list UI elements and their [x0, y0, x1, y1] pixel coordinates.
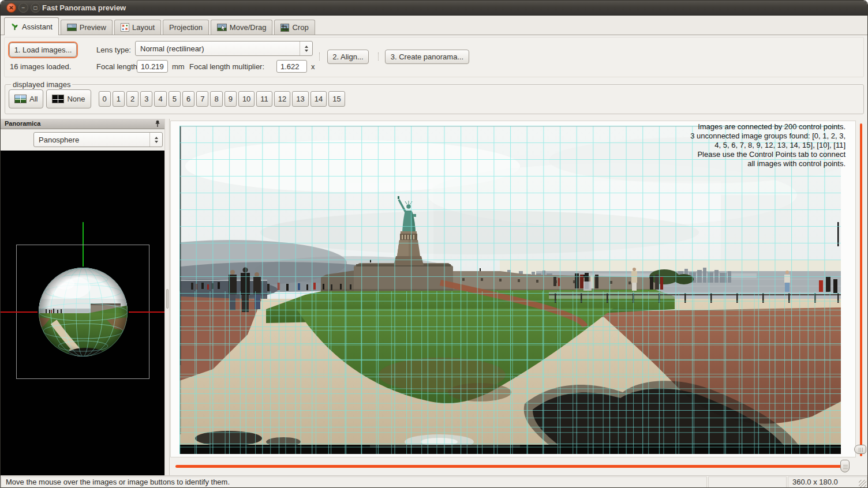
focal-length-unit: mm: [172, 62, 185, 71]
panel-title: Panoramica: [5, 120, 40, 127]
preview-icon: GL: [67, 24, 77, 31]
image-button-6[interactable]: 6: [182, 91, 194, 107]
image-button-7[interactable]: 7: [196, 91, 208, 107]
spinner-arrows-icon: [300, 42, 312, 55]
focal-multiplier-input[interactable]: [276, 60, 307, 73]
status-bar: Move the mouse over the images or image …: [1, 475, 867, 488]
displayed-images-legend: displayed images: [11, 80, 72, 89]
panosphere-3d-view[interactable]: [1, 151, 164, 475]
tab-label: Move/Drag: [230, 23, 267, 32]
focal-length-label: Focal length:: [96, 62, 139, 71]
image-button-11[interactable]: 11: [256, 91, 272, 107]
no-images-icon: [52, 95, 64, 103]
toolbar-separator: [319, 52, 320, 61]
assistant-icon: [10, 22, 19, 31]
titlebar[interactable]: ✕ − ▢ Fast Panorama preview: [1, 1, 867, 16]
grid-overlay-dense: [179, 291, 841, 454]
move-drag-icon: [217, 24, 227, 31]
tab-label: Assistant: [22, 22, 53, 31]
resize-grip[interactable]: [859, 480, 866, 487]
image-button-1[interactable]: 1: [113, 91, 125, 107]
close-button[interactable]: ✕: [6, 3, 16, 13]
tab-preview[interactable]: GL Preview: [61, 20, 113, 35]
toolbar-separator: [378, 52, 379, 61]
tab-label: Projection: [169, 23, 203, 32]
application-window: ✕ − ▢ Fast Panorama preview Assistant GL…: [0, 0, 868, 488]
lens-type-value: Normal (rectilinear): [140, 44, 204, 53]
svg-text:GL: GL: [68, 24, 72, 28]
status-dimensions: 360.0 x 180.0: [788, 476, 867, 488]
image-button-13[interactable]: 13: [292, 91, 308, 107]
vertical-slider-track[interactable]: [860, 123, 862, 456]
image-button-4[interactable]: 4: [154, 91, 166, 107]
lens-type-label: Lens type:: [96, 46, 131, 54]
all-images-icon: [14, 95, 27, 103]
focal-multiplier-unit: x: [311, 62, 315, 71]
show-none-button[interactable]: None: [46, 89, 91, 108]
image-button-0[interactable]: 0: [99, 91, 111, 107]
image-button-15[interactable]: 15: [328, 91, 345, 107]
image-button-10[interactable]: 10: [238, 91, 255, 107]
pane-splitter[interactable]: [164, 119, 170, 475]
maximize-button[interactable]: ▢: [31, 3, 40, 13]
splitter-grip[interactable]: [166, 289, 169, 309]
align-button[interactable]: 2. Align...: [327, 50, 369, 64]
tab-label: Layout: [132, 23, 155, 32]
layout-icon: [121, 23, 129, 32]
pin-icon[interactable]: [154, 120, 162, 128]
tab-projection[interactable]: Projection: [163, 20, 209, 35]
sphere-equator-line: [1, 311, 38, 313]
mode-value: Panosphere: [39, 136, 79, 144]
spinner-arrows-icon: [149, 133, 162, 147]
image-button-3[interactable]: 3: [140, 91, 152, 107]
horizontal-slider-track[interactable]: [175, 465, 850, 468]
crop-icon: [280, 24, 289, 32]
tab-label: Crop: [292, 23, 308, 32]
images-loaded-text: 16 images loaded.: [10, 62, 71, 71]
horizontal-slider-handle[interactable]: [840, 460, 850, 472]
image-button-8[interactable]: 8: [210, 91, 222, 107]
show-all-button[interactable]: All: [9, 89, 43, 108]
control-points-notice: Images are connected by 200 control poin…: [574, 122, 845, 168]
tab-crop[interactable]: Crop: [274, 20, 315, 35]
image-number-buttons: 0123456789101112131415: [99, 91, 345, 107]
panoramica-panel-header[interactable]: Panoramica: [1, 119, 164, 129]
create-panorama-button[interactable]: 3. Create panorama...: [385, 50, 469, 64]
tab-bar: Assistant GL Preview Layout Projection M…: [1, 16, 867, 35]
status-message: Move the mouse over the images or image …: [1, 476, 707, 488]
tab-assistant[interactable]: Assistant: [4, 17, 59, 35]
lens-type-select[interactable]: Normal (rectilinear): [135, 41, 313, 56]
focal-multiplier-label: Focal length multiplier:: [189, 62, 264, 71]
tab-move-drag[interactable]: Move/Drag: [211, 20, 273, 35]
minimize-button[interactable]: −: [18, 3, 28, 13]
image-button-14[interactable]: 14: [310, 91, 327, 107]
image-button-9[interactable]: 9: [225, 91, 237, 107]
focal-length-input[interactable]: [137, 60, 168, 73]
tab-label: Preview: [80, 23, 106, 32]
panosphere-globe: [38, 266, 129, 358]
image-button-2[interactable]: 2: [126, 91, 139, 107]
mode-select[interactable]: Panosphere: [33, 132, 163, 147]
displayed-images-group: displayed images All None 01234567891011…: [5, 80, 864, 114]
image-button-5[interactable]: 5: [169, 91, 181, 107]
image-button-12[interactable]: 12: [274, 91, 290, 107]
vertical-slider-handle[interactable]: [854, 445, 866, 454]
sphere-equator-line: [129, 311, 164, 313]
status-cell-empty: [708, 476, 787, 488]
tab-layout[interactable]: Layout: [114, 20, 161, 35]
panorama-preview-image[interactable]: [179, 126, 841, 454]
window-title: Fast Panorama preview: [42, 3, 126, 12]
load-images-button[interactable]: 1. Load images...: [9, 43, 77, 57]
